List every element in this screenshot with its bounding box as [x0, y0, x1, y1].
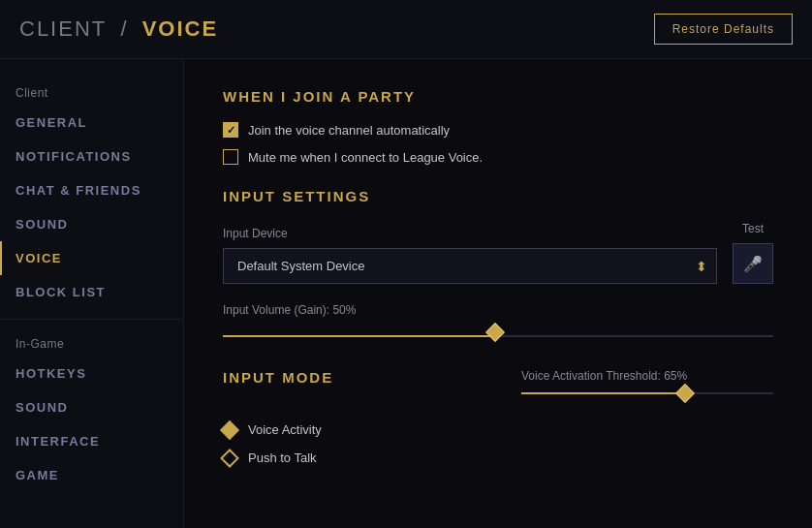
volume-slider-fill: [223, 335, 498, 337]
voice-activity-radio-row[interactable]: Voice Activity: [223, 422, 773, 437]
push-to-talk-radio[interactable]: [220, 449, 239, 468]
sidebar-item-block-list[interactable]: BLOCK LIST: [0, 275, 183, 309]
mute-checkbox-row[interactable]: Mute me when I connect to League Voice.: [223, 149, 773, 165]
sidebar: Client GENERAL NOTIFICATIONS CHAT & FRIE…: [0, 59, 184, 528]
sidebar-item-game[interactable]: GAME: [0, 458, 183, 492]
main-layout: Client GENERAL NOTIFICATIONS CHAT & FRIE…: [0, 59, 812, 528]
volume-slider-track: [223, 335, 773, 337]
content-area: WHEN I JOIN A PARTY Join the voice chann…: [184, 59, 812, 528]
sidebar-divider: [0, 319, 183, 320]
sidebar-item-interface[interactable]: INTERFACE: [0, 424, 183, 458]
test-label: Test: [742, 222, 764, 235]
threshold-diamond-thumb: [675, 384, 695, 403]
volume-diamond-thumb: [485, 323, 505, 342]
mute-label: Mute me when I connect to League Voice.: [248, 150, 483, 165]
sidebar-item-sound[interactable]: SOUND: [0, 207, 183, 241]
restore-defaults-button[interactable]: Restore Defaults: [654, 14, 793, 45]
test-microphone-button[interactable]: 🎤: [733, 243, 773, 284]
breadcrumb-client: CLIENT: [19, 16, 107, 41]
input-mode-header: INPUT MODE Voice Activation Threshold: 6…: [223, 369, 773, 403]
input-mode-section: INPUT MODE Voice Activation Threshold: 6…: [223, 369, 773, 465]
sidebar-section-client: Client: [0, 78, 183, 106]
input-device-row: Input Device Default System Device ⬍ Tes…: [223, 222, 773, 284]
test-group: Test 🎤: [733, 222, 773, 284]
push-to-talk-radio-row[interactable]: Push to Talk: [223, 450, 773, 465]
sidebar-item-general[interactable]: GENERAL: [0, 106, 183, 140]
input-device-select[interactable]: Default System Device: [223, 248, 717, 284]
breadcrumb-voice: VOICE: [142, 16, 218, 41]
input-settings-section: INPUT SETTINGS Input Device Default Syst…: [223, 188, 773, 346]
threshold-slider-track[interactable]: [521, 392, 773, 394]
sidebar-item-voice[interactable]: VOICE: [0, 241, 183, 275]
when-join-party-heading: WHEN I JOIN A PARTY: [223, 88, 773, 105]
volume-slider-thumb[interactable]: [488, 326, 508, 345]
input-mode-heading-group: INPUT MODE: [223, 369, 333, 403]
volume-row: Input Volume (Gain): 50%: [223, 303, 773, 346]
voice-activity-radio[interactable]: [220, 420, 239, 440]
join-voice-checkbox[interactable]: [223, 122, 238, 138]
input-settings-heading: INPUT SETTINGS: [223, 188, 773, 204]
mute-checkbox[interactable]: [223, 149, 238, 165]
volume-label: Input Volume (Gain): 50%: [223, 303, 773, 317]
voice-activity-label: Voice Activity: [248, 422, 322, 437]
sidebar-item-sound-ingame[interactable]: SOUND: [0, 390, 183, 424]
sidebar-item-chat-friends[interactable]: CHAT & FRIENDS: [0, 173, 183, 207]
threshold-slider-area: Voice Activation Threshold: 65%: [521, 369, 773, 394]
input-device-label: Input Device: [223, 227, 717, 240]
threshold-label: Voice Activation Threshold: 65%: [521, 369, 773, 383]
sidebar-item-notifications[interactable]: NOTIFICATIONS: [0, 140, 183, 173]
input-mode-heading: INPUT MODE: [223, 369, 333, 386]
push-to-talk-label: Push to Talk: [248, 450, 317, 465]
breadcrumb-separator: /: [120, 16, 128, 41]
volume-slider-container[interactable]: [223, 326, 773, 346]
microphone-icon: 🎤: [743, 255, 763, 273]
join-voice-checkbox-row[interactable]: Join the voice channel automatically: [223, 122, 773, 138]
threshold-thumb-wrapper[interactable]: [678, 387, 692, 400]
page-title: CLIENT / VOICE: [19, 16, 218, 42]
input-device-select-wrapper: Default System Device ⬍: [223, 248, 717, 284]
sidebar-item-hotkeys[interactable]: HOTKEYS: [0, 357, 183, 390]
app-header: CLIENT / VOICE Restore Defaults: [0, 0, 812, 59]
join-voice-label: Join the voice channel automatically: [248, 123, 450, 138]
threshold-fill: [521, 392, 685, 394]
sidebar-section-ingame: In-Game: [0, 329, 183, 357]
input-device-group: Input Device Default System Device ⬍: [223, 227, 717, 284]
